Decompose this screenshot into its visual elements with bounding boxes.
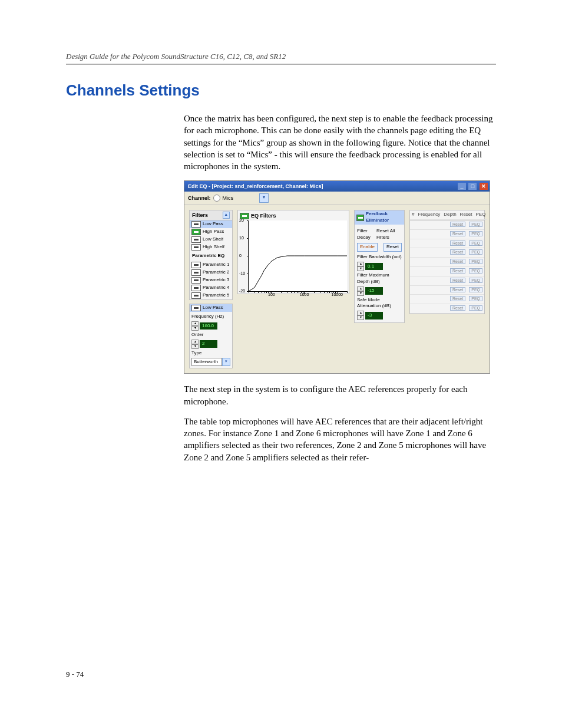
peq-toggle[interactable] bbox=[191, 277, 201, 284]
bandwidth-down-icon[interactable]: ▾ bbox=[357, 266, 364, 271]
channel-label: Channel: bbox=[188, 195, 211, 202]
row-peq-button[interactable]: PEQ bbox=[469, 249, 482, 255]
order-label: Order bbox=[191, 332, 230, 338]
row-reset-button[interactable]: Reset bbox=[450, 259, 465, 264]
row-peq-button[interactable]: PEQ bbox=[469, 222, 482, 227]
row-reset-button[interactable]: Reset bbox=[450, 231, 465, 236]
row-peq-button[interactable]: PEQ bbox=[469, 268, 482, 274]
row-peq-button[interactable]: PEQ bbox=[469, 231, 482, 236]
body-paragraph: The table top microphones will have AEC … bbox=[184, 416, 496, 463]
edit-eq-window: Edit EQ - [Project: snd_reinforcement, C… bbox=[184, 180, 490, 374]
table-row: ResetPEQ bbox=[410, 258, 484, 267]
row-reset-button[interactable]: Reset bbox=[450, 268, 465, 274]
filter-item[interactable]: Low Shelf bbox=[190, 236, 232, 243]
peq-toggle[interactable] bbox=[191, 292, 201, 299]
order-down-icon[interactable]: ▾ bbox=[191, 344, 199, 349]
safemode-down-icon[interactable]: ▾ bbox=[357, 315, 364, 320]
feedback-filter-table: # Frequency Depth Reset PEQ ResetPEQRese… bbox=[409, 210, 485, 314]
close-icon[interactable]: ✕ bbox=[480, 183, 488, 190]
row-reset-button[interactable]: Reset bbox=[450, 287, 465, 292]
filter-item[interactable]: High Shelf bbox=[190, 243, 232, 251]
filter-toggle[interactable] bbox=[191, 244, 201, 251]
peq-item[interactable]: Parametric 4 bbox=[190, 284, 232, 292]
row-reset-button[interactable]: Reset bbox=[450, 222, 465, 227]
row-peq-button[interactable]: PEQ bbox=[469, 241, 482, 246]
peq-label: Parametric 3 bbox=[203, 277, 229, 284]
col-depth: Depth bbox=[442, 210, 458, 220]
freq-up-icon[interactable]: ▴ bbox=[191, 321, 199, 326]
reset-all-filters-button[interactable]: Reset bbox=[384, 243, 402, 252]
peq-item[interactable]: Parametric 5 bbox=[190, 292, 232, 299]
peq-toggle[interactable] bbox=[191, 262, 201, 268]
freq-value[interactable]: 160.0 bbox=[200, 322, 217, 330]
filter-item[interactable]: Low Pass bbox=[190, 220, 232, 228]
row-peq-button[interactable]: PEQ bbox=[469, 278, 482, 283]
peq-label: Parametric 2 bbox=[203, 269, 229, 276]
bandwidth-label: Filter Bandwidth (oct) bbox=[357, 254, 402, 261]
row-reset-button[interactable]: Reset bbox=[450, 278, 465, 283]
lowpass-panel: Low Pass Frequency (Hz) ▴ ▾ 160.0 Order bbox=[189, 304, 233, 368]
col-reset: Reset bbox=[458, 210, 474, 220]
lowpass-title: Low Pass bbox=[203, 305, 223, 311]
col-frequency: Frequency bbox=[416, 210, 442, 220]
page-number: 9 - 74 bbox=[66, 670, 496, 679]
filter-toggle[interactable] bbox=[191, 229, 201, 235]
peq-toggle[interactable] bbox=[191, 269, 201, 276]
channel-dropdown[interactable]: ▾ bbox=[259, 193, 269, 203]
y-tick-label: 20 bbox=[239, 218, 244, 223]
peq-toggle[interactable] bbox=[191, 285, 201, 291]
maxdepth-value[interactable]: -15 bbox=[365, 287, 383, 295]
eq-curve bbox=[249, 220, 347, 291]
peq-label: Parametric 4 bbox=[203, 285, 229, 291]
order-up-icon[interactable]: ▴ bbox=[191, 340, 199, 344]
feedback-toggle[interactable] bbox=[356, 215, 364, 221]
peq-item[interactable]: Parametric 3 bbox=[190, 276, 232, 284]
row-reset-button[interactable]: Reset bbox=[450, 305, 465, 311]
maximize-icon[interactable]: □ bbox=[468, 183, 477, 190]
row-peq-button[interactable]: PEQ bbox=[469, 305, 482, 311]
row-peq-button[interactable]: PEQ bbox=[469, 259, 482, 264]
row-peq-button[interactable]: PEQ bbox=[469, 287, 482, 292]
y-tick-label: -20 bbox=[239, 289, 245, 294]
lowpass-toggle[interactable] bbox=[191, 305, 201, 311]
safemode-label: Safe Mode Attenuation (dB) bbox=[357, 297, 402, 310]
filter-decay-enable-button[interactable]: Enable bbox=[357, 243, 378, 252]
filter-item[interactable]: High Pass bbox=[190, 228, 232, 236]
peq-item[interactable]: Parametric 1 bbox=[190, 261, 232, 269]
scroll-up-icon[interactable]: ▴ bbox=[223, 212, 230, 219]
freq-down-icon[interactable]: ▾ bbox=[191, 326, 199, 331]
running-head: Design Guide for the Polycom SoundStruct… bbox=[66, 52, 496, 61]
row-peq-button[interactable]: PEQ bbox=[469, 296, 482, 301]
feedback-title: Feedback Eliminator bbox=[366, 211, 402, 224]
order-value[interactable]: 2 bbox=[200, 340, 217, 348]
row-reset-button[interactable]: Reset bbox=[450, 241, 465, 246]
maxdepth-up-icon[interactable]: ▴ bbox=[357, 286, 364, 291]
row-reset-button[interactable]: Reset bbox=[450, 249, 465, 255]
sidebar-header-label: Filters bbox=[192, 212, 208, 219]
filter-toggle[interactable] bbox=[191, 236, 201, 243]
maxdepth-label: Filter Maximum Depth (dB) bbox=[357, 272, 402, 285]
safemode-value[interactable]: -3 bbox=[365, 312, 383, 319]
minimize-icon[interactable]: _ bbox=[458, 183, 466, 190]
peq-item[interactable]: Parametric 2 bbox=[190, 269, 232, 276]
header-rule bbox=[66, 64, 496, 65]
type-dropdown-icon[interactable]: ▾ bbox=[222, 358, 230, 366]
channel-value: Mics bbox=[223, 195, 234, 202]
y-tick-label: 0 bbox=[239, 253, 242, 259]
table-row: ResetPEQ bbox=[410, 230, 484, 239]
bandwidth-up-icon[interactable]: ▴ bbox=[357, 262, 364, 266]
section-title: Channels Settings bbox=[66, 81, 496, 100]
row-reset-button[interactable]: Reset bbox=[450, 296, 465, 301]
table-row: ResetPEQ bbox=[410, 276, 484, 286]
filter-toggle[interactable] bbox=[191, 221, 201, 228]
window-titlebar[interactable]: Edit EQ - [Project: snd_reinforcement, C… bbox=[184, 181, 490, 192]
table-row: ResetPEQ bbox=[410, 267, 484, 276]
body-paragraph: The next step in the system is to config… bbox=[184, 383, 496, 407]
type-value[interactable]: Butterworth bbox=[191, 358, 222, 367]
freq-label: Frequency (Hz) bbox=[191, 314, 230, 320]
safemode-up-icon[interactable]: ▴ bbox=[357, 311, 364, 315]
peq-label: Parametric 5 bbox=[203, 292, 229, 299]
maxdepth-down-icon[interactable]: ▾ bbox=[357, 291, 364, 296]
eq-graph: 20100-10-20100100010000 bbox=[248, 220, 347, 292]
bandwidth-value[interactable]: 0.1 bbox=[365, 263, 383, 271]
